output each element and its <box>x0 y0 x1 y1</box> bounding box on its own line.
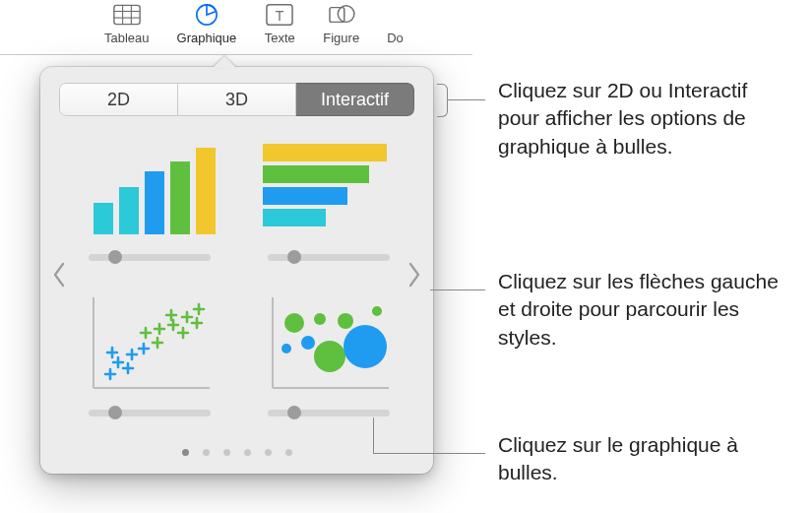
shape-icon <box>326 2 357 28</box>
callout-lead <box>430 289 485 290</box>
page-dot[interactable] <box>182 449 189 456</box>
callout-lead <box>373 417 374 454</box>
toolbar-button-figure[interactable]: Figure <box>323 2 359 45</box>
toolbar-label: Graphique <box>177 31 237 45</box>
thumb-slider[interactable] <box>89 406 211 419</box>
toolbar-button-tableau[interactable]: Tableau <box>104 2 150 45</box>
svg-point-29 <box>344 325 387 368</box>
svg-point-25 <box>301 336 315 350</box>
chart-dimension-segmented-control: 2D 3D Interactif <box>59 83 414 116</box>
svg-rect-10 <box>94 203 113 234</box>
toolbar-label: Tableau <box>104 31 150 45</box>
svg-rect-8 <box>330 8 344 23</box>
bar-chart-icon <box>263 138 395 240</box>
callout-text: Cliquez sur les flèches gauche et droite… <box>498 268 783 352</box>
page-dot[interactable] <box>244 449 251 456</box>
chart-thumb-bar[interactable] <box>263 138 395 264</box>
svg-rect-18 <box>263 209 326 226</box>
page-dot[interactable] <box>265 449 272 456</box>
svg-rect-11 <box>119 187 139 234</box>
svg-rect-14 <box>196 148 216 234</box>
page-dot[interactable] <box>223 449 230 456</box>
segment-2d[interactable]: 2D <box>59 83 178 116</box>
scatter-chart-icon <box>84 293 216 396</box>
unknown-icon <box>387 2 408 28</box>
toolbar-button-partial[interactable]: Do <box>387 2 408 45</box>
svg-point-28 <box>338 313 353 329</box>
toolbar-button-texte[interactable]: T Texte <box>264 2 295 45</box>
svg-rect-13 <box>170 161 190 234</box>
svg-point-26 <box>314 313 326 325</box>
svg-rect-17 <box>263 187 347 205</box>
svg-rect-12 <box>145 171 164 234</box>
thumb-slider[interactable] <box>89 250 211 264</box>
bubble-chart-icon <box>263 293 395 396</box>
svg-point-23 <box>284 313 304 333</box>
toolbar-label: Figure <box>323 31 359 45</box>
toolbar-button-graphique[interactable]: Graphique <box>177 2 237 45</box>
chart-picker-popover: 2D 3D Interactif <box>40 67 433 474</box>
chart-thumb-column[interactable] <box>84 138 216 264</box>
svg-point-9 <box>338 6 354 23</box>
svg-point-30 <box>372 306 382 316</box>
toolbar-label: Texte <box>265 31 295 45</box>
callout-text: Cliquez sur 2D ou Interactif pour affich… <box>498 77 783 160</box>
next-style-arrow[interactable] <box>396 262 433 288</box>
page-dot[interactable] <box>203 449 210 456</box>
toolbar-label: Do <box>387 31 404 45</box>
callout-text: Cliquez sur le graphique à bulles. <box>498 431 754 487</box>
table-icon <box>111 2 143 28</box>
svg-text:T: T <box>276 8 284 24</box>
callout-lead <box>373 453 485 454</box>
svg-point-24 <box>281 344 291 353</box>
segment-interactive[interactable]: Interactif <box>296 83 414 116</box>
toolbar: Tableau Graphique T Texte Figure Do <box>0 0 472 55</box>
column-chart-icon <box>84 138 216 240</box>
prev-style-arrow[interactable] <box>40 262 78 288</box>
thumb-slider[interactable] <box>268 406 390 419</box>
svg-rect-16 <box>263 165 369 183</box>
thumb-slider[interactable] <box>268 250 390 264</box>
page-dot[interactable] <box>285 449 292 456</box>
chart-thumb-bubble[interactable] <box>263 293 395 419</box>
segment-3d[interactable]: 3D <box>178 83 296 116</box>
callout-lead <box>447 99 485 100</box>
svg-rect-15 <box>263 144 387 161</box>
pie-chart-icon <box>191 2 222 28</box>
text-icon: T <box>264 2 295 28</box>
svg-rect-0 <box>114 5 140 24</box>
svg-point-27 <box>314 341 345 372</box>
chart-thumb-scatter[interactable] <box>84 293 216 419</box>
callout-bracket <box>437 84 448 117</box>
